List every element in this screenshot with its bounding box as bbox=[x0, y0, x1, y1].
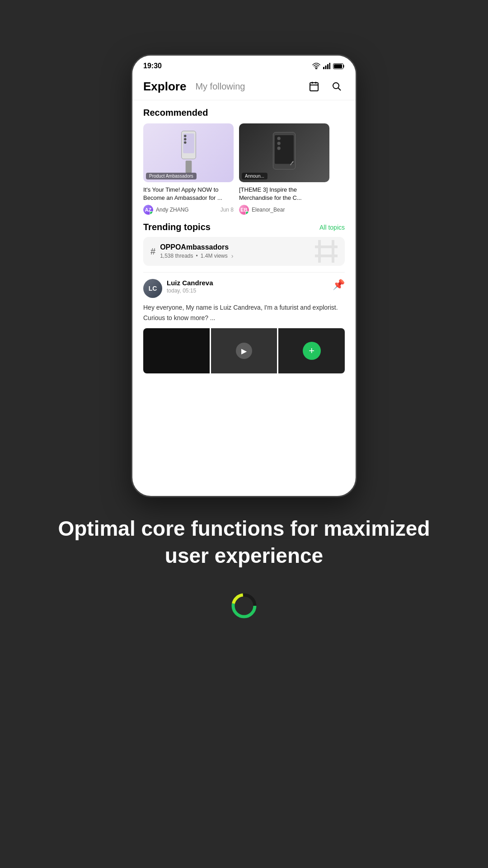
svg-point-20 bbox=[277, 137, 281, 140]
tagline-text: Optimal core functions for maximized use… bbox=[58, 517, 430, 567]
search-icon bbox=[331, 81, 342, 92]
svg-rect-1 bbox=[325, 66, 327, 69]
tab-my-following[interactable]: My following bbox=[195, 81, 245, 92]
calendar-icon bbox=[309, 81, 319, 92]
topic-views: 1.4M views bbox=[201, 253, 228, 259]
post-header: LC Luiz Candreva today, 05:15 📌 bbox=[143, 279, 345, 298]
status-time: 19:30 bbox=[143, 62, 162, 70]
app-header: Explore My following bbox=[132, 74, 356, 100]
phone-top: 19:30 bbox=[132, 56, 356, 373]
play-button[interactable]: ▶ bbox=[236, 343, 252, 359]
status-bar: 19:30 bbox=[132, 56, 356, 74]
post-author-avatar: LC bbox=[143, 279, 162, 298]
signal-icon bbox=[323, 63, 330, 69]
rec-card-2-badge: Announ... bbox=[242, 173, 267, 179]
hash-icon: # bbox=[150, 246, 155, 257]
post-time: today, 05:15 bbox=[167, 288, 213, 294]
topic-card-oppo[interactable]: # OPPOAmbassadors 1,538 threads • 1.4M v… bbox=[143, 237, 345, 266]
svg-point-15 bbox=[184, 138, 186, 140]
trending-section-title: Trending topics bbox=[143, 222, 211, 232]
luiz-avatar-bg: LC bbox=[143, 279, 162, 298]
svg-rect-6 bbox=[310, 83, 318, 91]
post-luiz: LC Luiz Candreva today, 05:15 📌 Hey ever… bbox=[143, 272, 345, 373]
bottom-logo bbox=[230, 592, 258, 619]
topic-chevron-icon: › bbox=[231, 252, 234, 259]
post-author-details: Luiz Candreva today, 05:15 bbox=[167, 279, 213, 298]
bottom-tagline: Optimal core functions for maximized use… bbox=[0, 515, 488, 570]
pin-icon[interactable]: 📌 bbox=[333, 279, 345, 291]
post-image-right[interactable]: + bbox=[278, 328, 345, 373]
topic-dot: • bbox=[196, 253, 198, 259]
svg-rect-0 bbox=[323, 67, 324, 69]
topic-info: OPPOAmbassadors 1,538 threads • 1.4M vie… bbox=[160, 243, 233, 259]
rec-card-1-avatar: AZ bbox=[143, 205, 153, 215]
header-nav: Explore My following bbox=[143, 80, 245, 94]
eleanor-online-indicator bbox=[245, 211, 249, 215]
topic-name: OPPOAmbassadors bbox=[160, 243, 233, 251]
post-text: Hey everyone, My name is Luiz Candreva, … bbox=[143, 302, 345, 323]
svg-point-10 bbox=[333, 83, 339, 89]
phone-frame: 19:30 bbox=[131, 54, 357, 497]
trending-header: Trending topics All topics bbox=[132, 215, 356, 237]
rec-card-2-author-name: Eleanor_Bear bbox=[252, 207, 285, 213]
recommended-title: Recommended bbox=[132, 100, 356, 123]
wifi-icon bbox=[312, 63, 320, 69]
svg-line-11 bbox=[338, 88, 341, 91]
svg-point-14 bbox=[184, 135, 186, 137]
rec-card-1-date: Jun 8 bbox=[221, 207, 234, 213]
post-author-name[interactable]: Luiz Candreva bbox=[167, 279, 213, 287]
phone-dark-icon bbox=[268, 130, 300, 175]
post-images: ▶ + bbox=[143, 328, 345, 373]
rec-card-1-image: Product Ambassadors bbox=[143, 123, 234, 182]
topic-threads: 1,538 threads bbox=[160, 253, 193, 259]
rec-card-1-author-name: Andy ZHANG bbox=[156, 207, 189, 213]
recommended-cards-row: Product Ambassadors It's Your Time! Appl… bbox=[132, 123, 356, 215]
post-author-info: LC Luiz Candreva today, 05:15 bbox=[143, 279, 213, 298]
rec-card-1-title: It's Your Time! Apply NOW to Become an A… bbox=[143, 186, 234, 202]
rec-card-1-badge: Product Ambassadors bbox=[146, 173, 197, 179]
rec-card-2-image: Announ... bbox=[239, 123, 329, 182]
search-button[interactable] bbox=[328, 78, 345, 94]
add-more-button[interactable]: + bbox=[303, 342, 321, 360]
topic-stats: 1,538 threads • 1.4M views › bbox=[160, 252, 233, 259]
battery-icon bbox=[333, 63, 345, 69]
rec-card-2-title: [THEME 3] Inspire the Merchandise for th… bbox=[239, 186, 329, 202]
all-topics-link[interactable]: All topics bbox=[319, 224, 345, 231]
andy-online-indicator bbox=[150, 211, 153, 215]
topic-bg-decoration bbox=[315, 240, 338, 263]
svg-rect-3 bbox=[329, 63, 331, 69]
calendar-button[interactable] bbox=[306, 78, 322, 94]
app-content: Recommended bbox=[132, 100, 356, 373]
rec-card-2-author: EB Eleanor_Bear bbox=[239, 205, 329, 215]
post-image-center[interactable]: ▶ bbox=[211, 328, 277, 373]
status-icons bbox=[312, 63, 345, 69]
tab-explore[interactable]: Explore bbox=[143, 80, 186, 94]
rec-card-1-author: AZ Andy ZHANG Jun 8 bbox=[143, 205, 234, 215]
rec-card-2-avatar: EB bbox=[239, 205, 249, 215]
svg-point-16 bbox=[184, 142, 186, 144]
page-wrapper: 19:30 bbox=[0, 0, 488, 868]
header-actions bbox=[306, 78, 345, 94]
svg-rect-5 bbox=[334, 64, 342, 68]
post-image-left bbox=[143, 328, 210, 373]
rec-card-2[interactable]: Announ... [THEME 3] Inspire the Merchand… bbox=[239, 123, 329, 215]
svg-rect-2 bbox=[327, 64, 328, 69]
oppo-logo-icon bbox=[230, 592, 258, 619]
svg-point-22 bbox=[277, 146, 281, 150]
rec-card-1[interactable]: Product Ambassadors It's Your Time! Appl… bbox=[143, 123, 234, 215]
phone-product-icon bbox=[176, 130, 201, 175]
svg-rect-17 bbox=[185, 160, 192, 173]
svg-point-21 bbox=[277, 142, 281, 145]
